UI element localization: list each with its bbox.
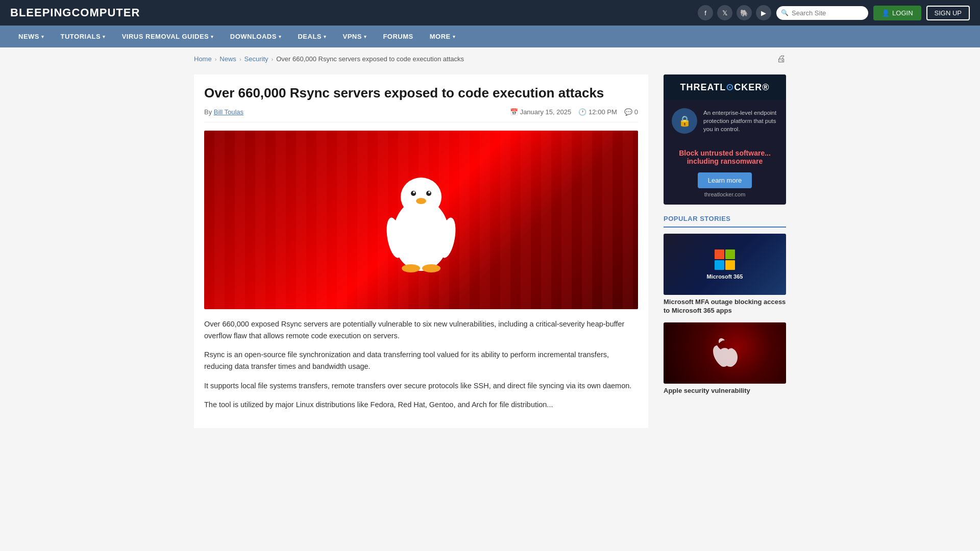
- signup-button[interactable]: SIGN UP: [926, 6, 970, 20]
- main-nav: NEWS ▾ TUTORIALS ▾ VIRUS REMOVAL GUIDES …: [0, 26, 980, 47]
- ad-headline-part2: including ransomware: [687, 157, 763, 165]
- chevron-down-icon: ▾: [453, 34, 456, 39]
- main-container: Over 660,000 Rsync servers exposed to co…: [184, 64, 796, 438]
- ms-tile-2: [725, 249, 735, 259]
- nav-item-tutorials[interactable]: TUTORIALS ▾: [53, 26, 114, 47]
- breadcrumb-sep-2: ›: [239, 56, 241, 62]
- svg-point-8: [428, 191, 430, 193]
- chevron-down-icon: ▾: [41, 34, 44, 39]
- youtube-icon[interactable]: ▶: [756, 5, 771, 20]
- author-prefix: By: [204, 108, 214, 116]
- article-comments: 0: [634, 108, 638, 116]
- ad-body: Block untrusted software... including ra…: [664, 142, 786, 205]
- breadcrumb: Home › News › Security › Over 660,000 Rs…: [194, 55, 464, 63]
- nav-deals-label: DEALS: [298, 33, 322, 40]
- social-icons-group: f 𝕏 🐘 ▶: [698, 5, 771, 20]
- article-date: January 15, 2025: [520, 108, 571, 116]
- ad-header: THREATL⊙CKER®: [664, 74, 786, 100]
- popular-item-1: Microsoft 365 Microsoft MFA outage block…: [664, 234, 786, 315]
- article-content: Over 660,000 Rsync servers exposed to co…: [194, 74, 648, 428]
- svg-point-7: [413, 191, 415, 193]
- nav-news-label: NEWS: [18, 33, 39, 40]
- chevron-down-icon: ▾: [211, 34, 214, 39]
- print-icon[interactable]: 🖨: [777, 54, 786, 64]
- site-logo[interactable]: BLEEPINGCOMPUTER: [10, 6, 140, 19]
- twitter-icon[interactable]: 𝕏: [717, 5, 732, 20]
- popular-item-2-link[interactable]: Apple security vulnerability: [664, 387, 786, 395]
- nav-tutorials-label: TUTORIALS: [61, 33, 101, 40]
- ad-registered: ®: [762, 82, 769, 92]
- svg-point-11: [422, 264, 440, 272]
- ms-tile-4: [725, 260, 735, 270]
- nav-item-vpns[interactable]: VPNS ▾: [335, 26, 375, 47]
- nav-item-news[interactable]: NEWS ▾: [10, 26, 53, 47]
- nav-more-label: MORE: [430, 33, 451, 40]
- svg-point-2: [401, 178, 442, 216]
- chevron-down-icon: ▾: [364, 34, 367, 39]
- sidebar: THREATL⊙CKER® 🔒 An enterprise-level endp…: [664, 74, 786, 428]
- chevron-down-icon: ▾: [103, 34, 106, 39]
- nav-forums-label: FORUMS: [383, 33, 413, 40]
- popular-thumb-1: Microsoft 365: [664, 234, 786, 295]
- nav-downloads-label: DOWNLOADS: [230, 33, 277, 40]
- svg-point-1: [405, 217, 437, 263]
- date-meta: 📅 January 15, 2025: [510, 108, 571, 116]
- header-right: f 𝕏 🐘 ▶ 🔍 👤 LOGIN SIGN UP: [698, 5, 970, 20]
- ad-tagline: An enterprise-level endpoint protection …: [703, 109, 778, 133]
- ad-url: threatlocker.com: [671, 191, 779, 197]
- popular-stories-section: POPULAR STORIES Microsoft 365 Microsoft: [664, 215, 786, 395]
- calendar-icon: 📅: [510, 108, 518, 116]
- ms-tile-1: [715, 249, 724, 259]
- author-link[interactable]: Bill Toulas: [214, 108, 243, 116]
- apple-logo-graphic: [712, 338, 738, 368]
- ms365-text: Microsoft 365: [707, 273, 743, 280]
- logo-prefix: BLEEPING: [10, 6, 71, 19]
- nav-item-forums[interactable]: FORUMS: [375, 26, 421, 47]
- nav-item-more[interactable]: MORE ▾: [422, 26, 464, 47]
- article-paragraph-4: The tool is utilized by major Linux dist…: [204, 399, 638, 411]
- popular-stories-title: POPULAR STORIES: [664, 215, 786, 228]
- comment-icon: 💬: [624, 108, 632, 116]
- nav-vpns-label: VPNS: [343, 33, 362, 40]
- login-button[interactable]: 👤 LOGIN: [873, 6, 921, 20]
- time-meta: 🕐 12:00 PM: [578, 108, 617, 116]
- breadcrumb-home[interactable]: Home: [194, 55, 212, 63]
- popular-thumb-2: [664, 322, 786, 384]
- article-paragraph-3: It supports local file systems transfers…: [204, 380, 638, 392]
- article-meta-right: 📅 January 15, 2025 🕐 12:00 PM 💬 0: [510, 108, 638, 116]
- article-paragraph-1: Over 660,000 exposed Rsync servers are p…: [204, 318, 638, 342]
- ad-cta-button[interactable]: Learn more: [698, 172, 752, 188]
- ms-tile-3: [715, 260, 724, 270]
- breadcrumb-security[interactable]: Security: [244, 55, 268, 63]
- ad-headline: Block untrusted software... including ra…: [671, 149, 779, 165]
- chevron-down-icon: ▾: [324, 34, 327, 39]
- breadcrumb-news[interactable]: News: [219, 55, 236, 63]
- nav-item-virus[interactable]: VIRUS REMOVAL GUIDES ▾: [114, 26, 222, 47]
- ad-headline-part1: Block untrusted software...: [679, 149, 771, 157]
- ms365-logo: Microsoft 365: [707, 249, 743, 280]
- user-icon: 👤: [881, 9, 890, 17]
- svg-point-10: [402, 264, 420, 272]
- tux-penguin-graphic: [375, 164, 467, 276]
- mastodon-icon[interactable]: 🐘: [737, 5, 752, 20]
- ad-block-threatlocker: THREATL⊙CKER® 🔒 An enterprise-level endp…: [664, 74, 786, 205]
- breadcrumb-sep-1: ›: [215, 56, 217, 62]
- article-time: 12:00 PM: [589, 108, 617, 116]
- article-meta: By Bill Toulas 📅 January 15, 2025 🕐 12:0…: [204, 108, 638, 122]
- breadcrumb-sep-3: ›: [272, 56, 274, 62]
- facebook-icon[interactable]: f: [698, 5, 713, 20]
- nav-item-deals[interactable]: DEALS ▾: [289, 26, 334, 47]
- article-hero-image: [204, 131, 638, 309]
- login-label: LOGIN: [892, 9, 913, 17]
- svg-point-9: [416, 198, 426, 204]
- ad-shield-icon: 🔒: [672, 108, 697, 134]
- search-bar: 🔍: [776, 6, 868, 20]
- search-input[interactable]: [776, 6, 868, 20]
- popular-item-1-link[interactable]: Microsoft MFA outage blocking access to …: [664, 298, 786, 315]
- breadcrumb-bar: Home › News › Security › Over 660,000 Rs…: [184, 47, 796, 64]
- breadcrumb-current: Over 660,000 Rsync servers exposed to co…: [276, 55, 464, 63]
- nav-item-downloads[interactable]: DOWNLOADS ▾: [222, 26, 290, 47]
- comments-meta[interactable]: 💬 0: [624, 108, 638, 116]
- ad-logo: THREATL⊙CKER®: [671, 82, 779, 93]
- ms-grid: [715, 249, 735, 270]
